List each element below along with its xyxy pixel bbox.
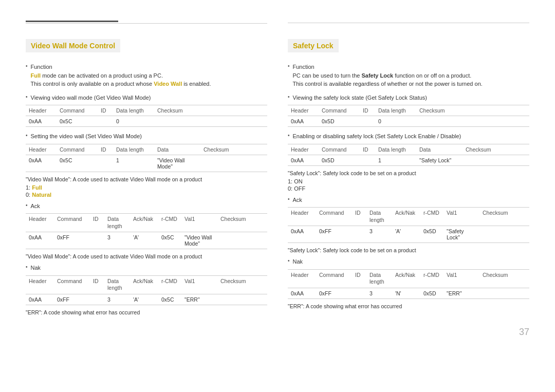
ack-td-header: 0xAA: [26, 232, 54, 249]
highlight-videowall-1: Full: [31, 72, 41, 79]
r-bullet-dot-2: •: [288, 94, 290, 100]
r-ack-th-datalength: Datalength: [366, 208, 392, 226]
r-get-table: Header Command ID Data length Checksum 0…: [288, 105, 529, 127]
nak-th-rcmd: r-CMD: [158, 276, 181, 294]
nak-td-checksum: [217, 294, 267, 305]
bullet-dot-4: •: [26, 202, 28, 208]
r-th2-data: Data: [416, 144, 462, 155]
r-th-command: Command: [319, 105, 360, 116]
r-ack-th-val1: Val1: [443, 208, 479, 226]
th-checksum: Checksum: [154, 105, 195, 116]
left-column: Video Wall Mode Control • Function Full …: [26, 39, 267, 316]
r-bullet-dot-1: •: [288, 63, 290, 69]
get-table-left: Header Command ID Data length Checksum 0…: [26, 105, 267, 127]
ack-td-val1: "Video WallMode": [181, 232, 217, 249]
th2-header: Header: [26, 144, 57, 155]
r-td2-header: 0xAA: [288, 155, 319, 165]
td2-checksum: [200, 155, 242, 172]
nak-table-left: Header Command ID Datalength Ack/Nak r-C…: [26, 275, 267, 305]
r-ack-td-command: 0xFF: [316, 226, 352, 242]
ack-th-rcmd: r-CMD: [158, 214, 181, 232]
r-ack-th-checksum: Checksum: [479, 208, 529, 226]
r-nak-td-header: 0xAA: [288, 288, 316, 298]
r-ack-td-checksum: [479, 226, 529, 242]
th2-checksum: Checksum: [200, 144, 242, 155]
val1-left: 1: Full: [26, 184, 267, 191]
val2-bold-left: Natural: [32, 192, 51, 198]
r-ack-td-header: 0xAA: [288, 226, 316, 242]
r-nak-td-datalength: 3: [366, 288, 392, 298]
td-id: [98, 116, 113, 126]
ack-th-command: Command: [54, 214, 90, 232]
ack-th-id: ID: [90, 214, 104, 232]
r-td-header: 0xAA: [288, 116, 319, 126]
r-nak-td-command: 0xFF: [316, 288, 352, 298]
ack-th-acknak: Ack/Nak: [130, 214, 158, 232]
r-bullet-dot-4: •: [288, 196, 290, 202]
nak-td-acknak: 'A': [130, 294, 158, 305]
r-get-label: Viewing the safety lock state (Get Safet…: [293, 94, 427, 102]
r-ack-th-command: Command: [316, 208, 352, 226]
td-header: 0xAA: [26, 116, 57, 126]
r-val1: 1: ON: [288, 178, 529, 184]
function-text: Function Full mode can be activated on a…: [31, 63, 211, 88]
nak-td-val1: "ERR": [181, 294, 217, 305]
left-section-title: Video Wall Mode Control: [26, 39, 120, 52]
r-th2-header: Header: [288, 144, 319, 155]
r-ack-th-acknak: Ack/Nak: [392, 208, 420, 226]
r-highlight-safetylock: Safety Lock: [361, 72, 393, 79]
r-th-datalength: Data length: [375, 105, 416, 116]
ack-th-header: Header: [26, 214, 54, 232]
right-column: Safety Lock • Function PC can be used to…: [288, 39, 529, 316]
td-datalength: 0: [113, 116, 154, 126]
set-table-left: Header Command ID Data length Data Check…: [26, 144, 267, 172]
nak-th-acknak: Ack/Nak: [130, 276, 158, 294]
ack-th-val1: Val1: [181, 214, 217, 232]
r-ack-label: Ack: [293, 196, 302, 204]
get-label-left: Viewing video wall mode (Get Video Wall …: [31, 94, 151, 102]
r-ack-th-rcmd: r-CMD: [420, 208, 443, 226]
ack-table-left: Header Command ID Datalength Ack/Nak r-C…: [26, 213, 267, 249]
r-td2-command: 0x5D: [319, 155, 360, 165]
r-set-table: Header Command ID Data length Data Check…: [288, 144, 529, 166]
r-td-command: 0x5D: [319, 116, 360, 126]
r-td2-datalength: 1: [375, 155, 416, 165]
note2-left: "Video Wall Mode": A code used to activa…: [26, 253, 267, 259]
th-id: ID: [98, 105, 113, 116]
r-td2-data: "Safety Lock": [416, 155, 462, 165]
th2-data: Data: [154, 144, 200, 155]
r-ack-td-rcmd: 0x5D: [420, 226, 443, 242]
ack-th-datalength: Datalength: [104, 214, 130, 232]
td2-command: 0x5C: [57, 155, 98, 172]
nak-label-left: Nak: [31, 264, 41, 272]
td-command: 0x5C: [57, 116, 98, 126]
r-ack-th-id: ID: [352, 208, 366, 226]
nak-th-header: Header: [26, 276, 54, 294]
r-bullet-dot-3: •: [288, 133, 290, 138]
r-th-checksum: Checksum: [416, 105, 457, 116]
th-datalength: Data length: [113, 105, 154, 116]
nak-td-header: 0xAA: [26, 294, 54, 305]
r-nak-td-val1: "ERR": [443, 288, 479, 298]
nak-th-command: Command: [54, 276, 90, 294]
r-nak-th-datalength: Datalength: [366, 270, 392, 288]
nak-td-datalength: 3: [104, 294, 130, 305]
nak-th-val1: Val1: [181, 276, 217, 294]
r-th2-checksum: Checksum: [462, 144, 504, 155]
r-nak-td-id: [352, 288, 366, 298]
r-note2: "Safety Lock": Safety lock code to be se…: [288, 247, 529, 253]
val2-left: 0: Natural: [26, 192, 267, 198]
r-nak-td-checksum: [479, 288, 529, 298]
r-th-id: ID: [360, 105, 375, 116]
r-nak-th-command: Command: [316, 270, 352, 288]
r-ack-td-acknak: 'A': [392, 226, 420, 242]
th2-id: ID: [98, 144, 113, 155]
bullet-dot-5: •: [26, 264, 28, 270]
page-number: 37: [26, 327, 529, 338]
highlight-videowall-2: Video Wall: [154, 81, 182, 87]
ack-td-checksum: [217, 232, 267, 249]
r-ack-td-val1: "Safety Lock": [443, 226, 479, 242]
r-set-label: Enabling or disabling safety lock (Set S…: [293, 132, 461, 141]
bullet-dot-1: •: [26, 63, 28, 69]
r-td-checksum: [416, 116, 457, 126]
